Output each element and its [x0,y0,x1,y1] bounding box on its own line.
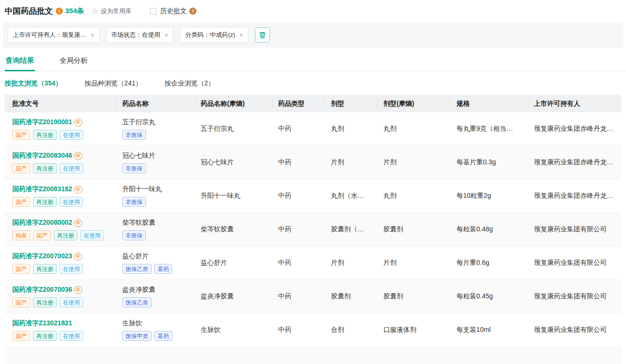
drug-type: 中药 [272,192,325,200]
filter-tag-license-holder[interactable]: 上市许可持有人：颈复康… × [8,27,100,43]
specification: 每片重0.6g [451,259,528,267]
license-holder: 颈复康药业集团赤峰丹龙… [528,158,621,167]
insurance-tags: 医保乙类基药 [122,264,195,274]
insurance-tags: 非医保 [122,197,195,207]
history-checkbox[interactable] [150,8,157,15]
dosage-form: 合剂 [325,326,378,334]
insurance-tag: 医保乙类 [122,297,152,307]
history-info-icon[interactable]: i [189,8,196,15]
subtab-by-variety[interactable]: 按品种浏览（241） [85,79,142,88]
dosage-form: 胶囊剂（… [325,225,378,234]
status-tag: 再注册 [54,230,77,240]
drug-type: 中药 [272,259,325,267]
approval-number-link[interactable]: 国药准字Z20070023 [12,252,72,261]
specification: 每基片重0.3g [451,158,528,167]
status-tag: 国产 [12,264,30,274]
status-tag: 国产 [12,163,30,173]
status-tag: 在使用 [59,197,83,207]
dosage-form-me: 片剂 [378,259,451,267]
remove-filter-icon[interactable]: × [165,32,169,38]
main-tabs: 查询结果 全局分析 [0,51,626,71]
status-tag: 国产 [33,230,51,240]
info-icon[interactable]: i [56,8,63,15]
column-header-drug-name-me: 药品名称(摩熵) [195,95,272,112]
set-common-label: 设为常用库 [101,7,131,16]
insurance-tags: 非医保 [122,163,195,173]
review-badge[interactable]: 审 [74,152,82,160]
drug-name: 五子衍宗丸 [122,118,195,127]
license-holder: 颈复康药业集团有限公司 [528,292,621,301]
history-toggle[interactable]: 历史批文 i [150,7,196,16]
status-tags: 国产再注册在使用 [12,130,105,140]
license-holder: 颈复康药业集团有限公司 [528,326,621,334]
dosage-form-me: 丸剂 [378,192,451,200]
table-body: 国药准字Z20190001 审 国产再注册在使用 五子衍宗丸 非医保 五子衍宗丸… [5,112,621,347]
insurance-tags: 医保乙类 [122,297,195,307]
review-badge[interactable]: 审 [74,286,82,294]
approval-number-link[interactable]: 国药准字Z20083182 [12,185,72,194]
tab-global-analysis[interactable]: 全局分析 [59,51,89,71]
filter-bar: 上市许可持有人：颈复康… × 市场状态：在使用 × 分类码：中成药(z) × [3,22,623,48]
status-tags: 国产再注册在使用 [12,197,105,207]
review-badge[interactable]: 审 [74,219,82,227]
dosage-form-me: 口服液体剂 [378,326,451,334]
status-tag: 再注册 [33,264,57,274]
set-common-button[interactable]: ☆ 设为常用库 [92,7,131,16]
approval-number-link[interactable]: 国药准字Z13021821 [12,319,72,328]
clear-filters-button[interactable] [255,27,270,42]
review-badge[interactable]: 审 [74,119,82,127]
insurance-tags: 非医保 [122,230,195,240]
approval-number-link[interactable]: 国药准字Z20083046 [12,152,72,160]
subtab-by-approval[interactable]: 按批文浏览（354） [5,79,62,88]
review-badge[interactable]: 审 [74,186,82,194]
drug-name: 冠心七味片 [122,152,195,160]
dosage-form: 丸剂 [325,125,378,133]
drug-type: 中药 [272,225,325,234]
drug-type: 中药 [272,326,325,334]
status-tag: 再注册 [33,130,57,140]
table-row: 国药准字Z20080002 审 独家国产再注册在使用 柴芩软胶囊 非医保 柴芩软… [5,213,621,246]
dosage-form: 片剂 [325,158,378,167]
subtab-by-company[interactable]: 按企业浏览（2） [165,79,215,88]
result-count: 354条 [65,7,84,16]
specification: 每丸重9克（相当… [451,125,528,133]
dosage-form: 胶囊剂 [325,292,378,301]
tab-query-results[interactable]: 查询结果 [5,51,35,71]
specification: 每10粒重2g [451,192,528,200]
table-row: 国药准字Z20083046 审 国产再注册在使用 冠心七味片 非医保 冠心七味片… [5,146,621,179]
remove-filter-icon[interactable]: × [91,32,94,38]
results-table: 批准文号 药品名称 药品名称(摩熵) 药品类型 剂型 剂型(摩熵) 规格 上市许… [5,95,621,364]
drug-name-me: 五子衍宗丸 [195,125,272,133]
status-tag: 国产 [12,297,30,307]
drug-name: 盆炎净胶囊 [122,286,195,294]
drug-type: 中药 [272,292,325,301]
status-tag: 国产 [12,331,30,341]
page-title: 中国药品批文 [5,6,53,17]
status-tag: 国产 [12,197,30,207]
review-badge[interactable]: 审 [74,253,82,261]
remove-filter-icon[interactable]: × [239,32,243,38]
table-row: 国药准字Z13021821 国产再注册在使用 生脉饮 医保甲类基药 生脉饮 中药… [5,313,621,347]
status-tag: 再注册 [33,197,57,207]
status-tag: 再注册 [33,163,57,173]
status-tag: 国产 [12,130,30,140]
license-holder: 颈复康药业集团赤峰丹龙… [528,192,621,200]
drug-name: 益心舒片 [122,252,195,261]
filter-tag-market-status[interactable]: 市场状态：在使用 × [106,27,174,43]
insurance-tag: 非医保 [122,230,146,240]
table-row: 国药准字Z20083182 审 国产再注册在使用 升阳十一味丸 非医保 升阳十一… [5,179,621,213]
drug-name-me: 盆炎净胶囊 [195,292,272,301]
drug-type: 中药 [272,158,325,167]
approval-number-link[interactable]: 国药准字Z20190001 [12,118,72,127]
license-holder: 颈复康药业集团有限公司 [528,225,621,234]
approval-number-link[interactable]: 国药准字Z20080002 [12,219,72,227]
filter-tag-classification[interactable]: 分类码：中成药(z) × [180,27,248,43]
history-label: 历史批文 [160,7,186,16]
insurance-tag: 非医保 [122,163,146,173]
status-tag: 在使用 [80,230,104,240]
approval-number-link[interactable]: 国药准字Z20070036 [12,286,72,294]
drug-name-me: 生脉饮 [195,326,272,334]
status-tags: 国产再注册在使用 [12,331,105,341]
column-header-holder: 上市许可持有人 [528,95,621,112]
trash-icon [259,31,266,39]
